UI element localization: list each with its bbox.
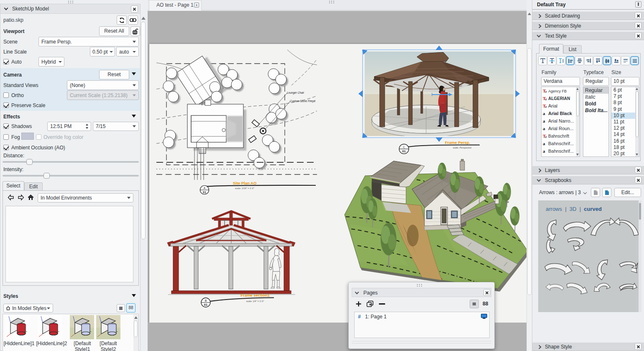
svg-text:Lounger Chair: Lounger Chair [287, 91, 304, 95]
svg-text:01: 01 [203, 191, 206, 194]
svg-text:A: A [204, 187, 206, 190]
svg-text:Frame Persp.: Frame Persp. [445, 140, 470, 145]
svg-text:B: B [205, 299, 207, 302]
svg-text:scale: Perspective: scale: Perspective [453, 146, 472, 149]
svg-text:01: 01 [402, 149, 406, 153]
svg-text:01: 01 [204, 303, 207, 307]
svg-text:Site Plan AO: Site Plan AO [233, 181, 257, 185]
svg-text:scale: 1/16" = 1'-0": scale: 1/16" = 1'-0" [235, 187, 254, 190]
svg-text:scale: 1/4" = 1'-0": scale: 1/4" = 1'-0" [246, 300, 264, 302]
svg-text:C: C [403, 146, 405, 149]
svg-text:Custom Stone Firepit: Custom Stone Firepit [290, 100, 316, 103]
svg-text:Frame section1: Frame section1 [240, 293, 270, 297]
